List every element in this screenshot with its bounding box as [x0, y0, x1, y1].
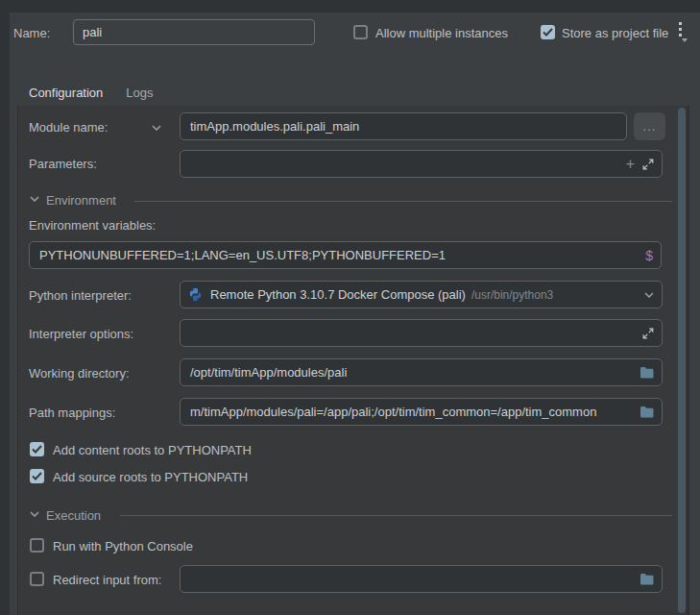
expand-field-icon[interactable]	[642, 328, 654, 339]
run-with-python-console-label: Run with Python Console	[53, 539, 193, 554]
folder-icon[interactable]	[640, 406, 654, 418]
add-source-roots-label: Add source roots to PYTHONPATH	[53, 470, 248, 484]
path-mappings-input[interactable]	[188, 405, 634, 419]
add-macro-icon[interactable]: +	[626, 157, 635, 172]
name-input[interactable]	[73, 19, 315, 45]
more-options-kebab-icon[interactable]	[673, 20, 688, 42]
window-top-edge	[0, 0, 700, 12]
redirect-input-input[interactable]	[188, 572, 634, 586]
vertical-scrollbar[interactable]	[678, 108, 686, 613]
redirect-input-checkbox[interactable]	[30, 572, 44, 586]
interpreter-options-field[interactable]	[180, 319, 663, 347]
environment-variables-label: Environment variables:	[29, 218, 156, 233]
redirect-input-field[interactable]	[180, 565, 663, 593]
environment-section-divider	[134, 201, 672, 202]
env-variables-dollar-icon[interactable]: $	[645, 248, 653, 263]
interpreter-dropdown-chevron-icon[interactable]	[644, 292, 654, 298]
redirect-input-label: Redirect input from:	[53, 573, 161, 587]
python-interpreter-value: Remote Python 3.10.7 Docker Compose (pal…	[210, 287, 466, 302]
add-content-roots-label: Add content roots to PYTHONPATH	[53, 443, 252, 457]
kebab-caret-icon	[682, 38, 688, 42]
name-label: Name:	[13, 26, 50, 40]
environment-section-chevron-icon[interactable]	[30, 196, 39, 202]
execution-section-title[interactable]: Execution	[46, 508, 101, 523]
parameters-input[interactable]	[188, 157, 620, 171]
checkmark-icon	[32, 472, 42, 480]
path-mappings-label: Path mappings:	[29, 406, 115, 420]
execution-section-chevron-icon[interactable]	[30, 511, 39, 517]
path-mappings-field[interactable]	[180, 398, 663, 426]
python-interpreter-dropdown[interactable]: Remote Python 3.10.7 Docker Compose (pal…	[180, 281, 663, 308]
expand-field-icon[interactable]	[642, 159, 654, 170]
working-directory-label: Working directory:	[29, 366, 130, 381]
module-browse-button[interactable]: ...	[634, 112, 665, 140]
working-directory-field[interactable]	[180, 358, 663, 386]
module-name-label: Module name:	[29, 120, 108, 135]
environment-section-title[interactable]: Environment	[46, 193, 116, 208]
module-name-input[interactable]	[188, 119, 618, 134]
module-name-field[interactable]	[180, 112, 627, 140]
allow-multiple-instances-label: Allow multiple instances	[375, 26, 508, 40]
store-as-project-file-label: Store as project file	[562, 26, 668, 40]
store-as-project-file-checkbox[interactable]	[541, 25, 555, 39]
parameters-label: Parameters:	[29, 157, 97, 171]
add-source-roots-checkbox[interactable]	[30, 469, 44, 483]
environment-variables-field[interactable]: $	[29, 241, 662, 269]
interpreter-options-input[interactable]	[188, 326, 637, 340]
python-logo-icon	[188, 287, 203, 302]
folder-icon[interactable]	[640, 366, 654, 379]
parameters-field[interactable]: +	[180, 150, 663, 178]
python-interpreter-label: Python interpreter:	[29, 288, 132, 303]
environment-variables-input[interactable]	[37, 248, 640, 262]
interpreter-options-label: Interpreter options:	[29, 327, 133, 341]
run-with-python-console-checkbox[interactable]	[30, 538, 44, 553]
execution-section-divider	[120, 515, 672, 516]
add-content-roots-checkbox[interactable]	[30, 442, 44, 456]
panel-right-edge	[687, 106, 689, 615]
checkmark-icon	[543, 28, 553, 37]
folder-icon[interactable]	[640, 573, 654, 585]
python-interpreter-path: /usr/bin/python3	[471, 288, 553, 302]
working-directory-input[interactable]	[188, 365, 634, 380]
window-left-edge	[0, 12, 10, 615]
module-name-mode-chevron-icon[interactable]	[152, 125, 161, 131]
allow-multiple-instances-checkbox[interactable]	[353, 25, 368, 39]
checkmark-icon	[32, 445, 42, 454]
